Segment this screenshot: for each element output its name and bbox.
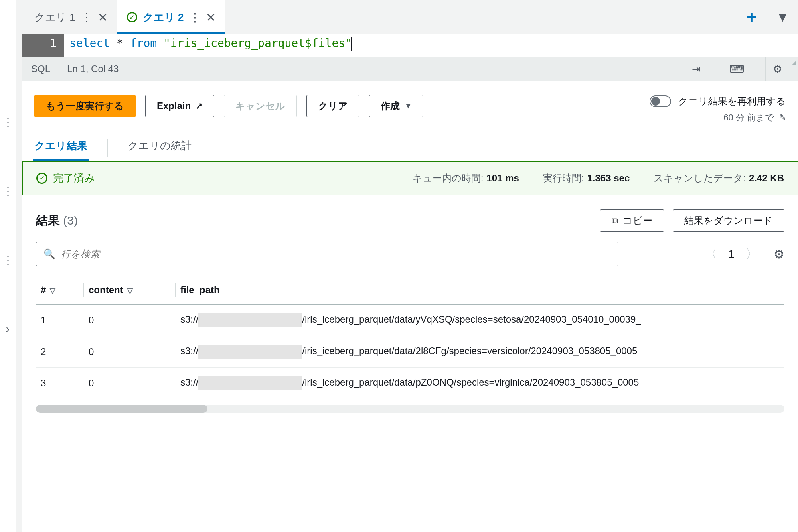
string-literal: "iris_iceberg_parquet$files": [164, 37, 352, 50]
reuse-results-label: クエリ結果を再利用する: [678, 95, 786, 108]
search-icon: 🔍: [43, 248, 55, 260]
tab-query-stats[interactable]: クエリの統計: [128, 139, 192, 161]
cell-index: 3: [36, 368, 84, 399]
rail-handle-2[interactable]: ⋮: [2, 185, 14, 198]
cell-index: 2: [36, 336, 84, 368]
cell-content: 0: [84, 368, 176, 399]
run-again-button[interactable]: もう一度実行する: [34, 95, 136, 117]
code-text: [157, 37, 164, 50]
table-row[interactable]: 20s3:///iris_iceberg_parquet/data/2l8CFg…: [36, 336, 784, 368]
close-icon[interactable]: ✕: [206, 10, 216, 24]
new-tab-button[interactable]: +: [736, 0, 767, 34]
editor-status-bar: SQL Ln 1, Col 43 ⇥ ⌨ ⚙: [22, 57, 798, 81]
run-time-label: 実行時間:: [543, 173, 584, 183]
copy-label: コピー: [623, 214, 652, 227]
results-title-text: 結果: [36, 214, 60, 227]
status-completed: ✓ 完了済み: [36, 171, 95, 185]
text-cursor: [351, 37, 352, 51]
results-tab-bar: クエリ結果 クエリの統計: [22, 132, 798, 161]
cursor-position: Ln 1, Col 43: [67, 63, 119, 75]
results-table-wrap: #▽ content▽ file_path 10s3:///iris_icebe…: [22, 276, 798, 399]
close-icon[interactable]: ✕: [98, 10, 108, 24]
tab-overflow-button[interactable]: ▼: [767, 0, 798, 34]
redacted-segment: [198, 376, 302, 390]
cell-file-path: s3:///iris_iceberg_parquet/data/2l8CFg/s…: [176, 336, 784, 368]
results-table: #▽ content▽ file_path 10s3:///iris_icebe…: [36, 276, 784, 399]
reuse-age-text: 60 分 前まで: [723, 112, 774, 124]
col-label: content: [89, 284, 123, 295]
keyword-from: from: [130, 37, 157, 50]
query-tab-1[interactable]: クエリ 1 ⋮ ✕: [25, 0, 117, 34]
redacted-segment: [198, 313, 302, 327]
action-toolbar: もう一度実行する Explain ↗ キャンセル クリア 作成 ▼ クエリ結果を…: [22, 81, 798, 132]
table-settings-gear-icon[interactable]: ⚙: [774, 247, 784, 261]
query-tab-bar: クエリ 1 ⋮ ✕ ✓ クエリ 2 ⋮ ✕ + ▼: [22, 0, 798, 34]
sql-code-line[interactable]: select * from "iris_iceberg_parquet$file…: [64, 34, 356, 57]
scrollbar-thumb[interactable]: [36, 405, 207, 413]
tab-query-results[interactable]: クエリ結果: [34, 139, 87, 161]
pager: 〈 1 〉: [705, 246, 758, 262]
format-icon[interactable]: ⇥: [684, 57, 708, 81]
search-input[interactable]: [61, 248, 611, 260]
create-button[interactable]: 作成 ▼: [369, 95, 423, 117]
queue-time-label: キュー内の時間:: [413, 173, 484, 183]
download-results-button[interactable]: 結果をダウンロード: [673, 209, 784, 232]
chevron-down-icon: ▼: [405, 102, 412, 110]
scanned-data-value: 2.42 KB: [749, 173, 784, 183]
rail-handle-1[interactable]: ⋮: [2, 116, 14, 129]
line-number-gutter: 1: [22, 34, 64, 57]
col-label: file_path: [180, 284, 220, 295]
rail-expand-icon[interactable]: ›: [6, 323, 10, 335]
reuse-results-toggle[interactable]: [650, 95, 671, 107]
horizontal-scrollbar[interactable]: [36, 405, 784, 413]
edit-pencil-icon[interactable]: ✎: [779, 112, 786, 123]
query-tab-2[interactable]: ✓ クエリ 2 ⋮ ✕: [117, 0, 226, 34]
next-page-button: 〉: [746, 246, 758, 262]
copy-button[interactable]: ⧉ コピー: [600, 209, 664, 232]
keyword-select: select: [69, 37, 110, 50]
search-box[interactable]: 🔍: [36, 242, 618, 266]
column-header-file-path[interactable]: file_path: [176, 276, 784, 305]
results-title: 結果 (3): [36, 213, 78, 229]
resize-handle-icon[interactable]: ◢: [792, 57, 796, 67]
tab-label: クエリ 1: [34, 10, 75, 24]
cell-content: 0: [84, 336, 176, 368]
queue-time-value: 101 ms: [486, 173, 519, 183]
success-check-icon: ✓: [127, 12, 137, 22]
rail-handle-3[interactable]: ⋮: [2, 254, 14, 267]
tab-label: クエリ 2: [143, 10, 184, 24]
external-link-icon: ↗: [196, 101, 203, 111]
results-count: (3): [63, 214, 78, 227]
cell-content: 0: [84, 305, 176, 336]
page-number: 1: [728, 248, 735, 260]
copy-icon: ⧉: [612, 215, 618, 226]
table-row[interactable]: 10s3:///iris_iceberg_parquet/data/yVqXSQ…: [36, 305, 784, 336]
cancel-button: キャンセル: [224, 95, 297, 117]
column-header-index[interactable]: #▽: [36, 276, 84, 305]
tab-divider: [107, 139, 108, 157]
scanned-data-label: スキャンしたデータ:: [654, 173, 746, 183]
clear-button[interactable]: クリア: [306, 95, 359, 117]
main-panel: クエリ 1 ⋮ ✕ ✓ クエリ 2 ⋮ ✕ + ▼ 1 select * fro…: [22, 0, 798, 532]
explain-label: Explain: [157, 100, 191, 112]
tabbar-right-controls: + ▼: [736, 0, 798, 34]
left-collapsed-rail: ⋮ ⋮ ⋮ ›: [0, 0, 16, 532]
success-check-icon: ✓: [36, 173, 47, 184]
sql-editor[interactable]: 1 select * from "iris_iceberg_parquet$fi…: [22, 34, 798, 57]
keyboard-icon[interactable]: ⌨: [725, 57, 749, 81]
table-row[interactable]: 30s3:///iris_iceberg_parquet/data/pZ0ONQ…: [36, 368, 784, 399]
sort-icon: ▽: [127, 287, 133, 295]
sort-icon: ▽: [50, 287, 55, 295]
tab-menu-icon[interactable]: ⋮: [189, 11, 200, 24]
status-text: 完了済み: [53, 171, 95, 185]
create-label: 作成: [381, 100, 400, 112]
column-header-content[interactable]: content▽: [84, 276, 176, 305]
settings-gear-icon[interactable]: ⚙: [765, 57, 789, 81]
cell-index: 1: [36, 305, 84, 336]
results-header: 結果 (3) ⧉ コピー 結果をダウンロード: [22, 195, 798, 237]
tab-menu-icon[interactable]: ⋮: [81, 11, 92, 24]
explain-button[interactable]: Explain ↗: [145, 95, 214, 117]
cell-file-path: s3:///iris_iceberg_parquet/data/yVqXSQ/s…: [176, 305, 784, 336]
prev-page-button: 〈: [705, 246, 717, 262]
col-label: #: [41, 284, 46, 295]
